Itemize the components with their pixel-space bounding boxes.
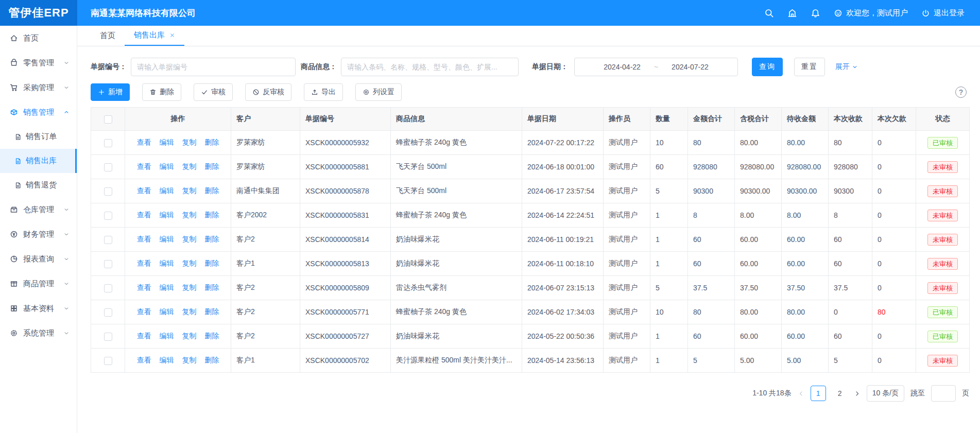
edit-link[interactable]: 编辑 [160,307,174,316]
table-row: 查看 编辑 复制 删除 客户2 XSCK00000005814 奶油味爆米花 2… [91,228,970,252]
view-link[interactable]: 查看 [137,186,151,195]
edit-link[interactable]: 编辑 [160,332,174,340]
view-link[interactable]: 查看 [137,235,151,243]
bell-icon[interactable] [811,8,820,18]
row-checkbox[interactable] [104,308,112,317]
delete-link[interactable]: 删除 [204,283,219,291]
copy-link[interactable]: 复制 [182,186,196,195]
reset-button[interactable]: 重置 [794,58,825,76]
edit-link[interactable]: 编辑 [160,162,174,170]
sidebar-item-sales[interactable]: 销售管理 [0,100,77,125]
sidebar-item-sales-order[interactable]: 销售订单 [0,125,77,149]
cell-qty: 10 [650,300,688,324]
search-button[interactable]: 查询 [752,58,783,76]
copy-link[interactable]: 复制 [182,332,196,340]
prev-page-icon[interactable] [798,390,804,397]
row-checkbox[interactable] [104,284,112,292]
edit-link[interactable]: 编辑 [160,283,174,291]
delete-link[interactable]: 删除 [204,162,219,170]
unaudit-button[interactable]: 反审核 [245,83,291,101]
user-welcome[interactable]: 欢迎您，测试用户 [834,8,908,18]
row-checkbox[interactable] [104,139,112,147]
sidebar-item-home[interactable]: 首页 [0,26,77,50]
edit-link[interactable]: 编辑 [160,186,174,195]
close-icon[interactable] [169,32,175,38]
add-button[interactable]: 新增 [91,83,130,101]
export-button[interactable]: 导出 [304,83,343,101]
row-checkbox[interactable] [104,187,112,196]
copy-link[interactable]: 复制 [182,356,196,364]
jump-page-input[interactable] [931,385,956,402]
sidebar-item-purchase[interactable]: 采购管理 [0,75,77,100]
view-link[interactable]: 查看 [137,162,151,170]
page-size-select[interactable]: 10 条/页 [867,385,904,402]
copy-link[interactable]: 复制 [182,259,196,267]
copy-link[interactable]: 复制 [182,162,196,170]
copy-link[interactable]: 复制 [182,307,196,316]
audit-button[interactable]: 审核 [194,83,233,101]
cell-received: 37.5 [829,276,872,300]
finance-icon [10,230,18,238]
delete-link[interactable]: 删除 [204,235,219,243]
copy-link[interactable]: 复制 [182,235,196,243]
expand-link[interactable]: 展开 [835,62,858,72]
row-checkbox[interactable] [104,357,112,365]
product-info-input[interactable] [341,58,519,76]
row-checkbox[interactable] [104,260,112,268]
view-link[interactable]: 查看 [137,211,151,219]
bill-no-input[interactable] [131,58,296,76]
edit-link[interactable]: 编辑 [160,211,174,219]
row-checkbox[interactable] [104,163,112,171]
view-link[interactable]: 查看 [137,259,151,267]
delete-link[interactable]: 删除 [204,138,219,146]
sidebar-item-finance[interactable]: 财务管理 [0,222,77,247]
delete-button[interactable]: 删除 [142,83,181,101]
edit-link[interactable]: 编辑 [160,356,174,364]
view-link[interactable]: 查看 [137,307,151,316]
help-icon[interactable] [955,86,967,98]
copy-link[interactable]: 复制 [182,211,196,219]
sidebar-item-sales-outbound[interactable]: 销售出库 [0,149,77,173]
sidebar-item-system[interactable]: 系统管理 [0,321,77,345]
delete-link[interactable]: 删除 [204,356,219,364]
delete-link[interactable]: 删除 [204,259,219,267]
sidebar-item-sales-return[interactable]: 销售退货 [0,173,77,197]
page-number-2[interactable]: 2 [832,386,848,401]
copy-link[interactable]: 复制 [182,138,196,146]
view-link[interactable]: 查看 [137,356,151,364]
logout-button[interactable]: 退出登录 [921,8,965,18]
sidebar-item-warehouse[interactable]: 仓库管理 [0,197,77,222]
copy-link[interactable]: 复制 [182,283,196,291]
select-all-checkbox[interactable] [104,115,112,124]
page-number-1[interactable]: 1 [811,386,826,401]
edit-link[interactable]: 编辑 [160,259,174,267]
status-badge: 已审核 [927,306,958,318]
column-settings-button[interactable]: 列设置 [355,83,402,101]
view-link[interactable]: 查看 [137,332,151,340]
sidebar-item-reports[interactable]: 报表查询 [0,247,77,271]
date-separator: ~ [654,63,658,71]
cell-product: 蜂蜜柚子茶 240g 黄色 [391,131,522,155]
sidebar-item-basic-data[interactable]: 基本资料 [0,296,77,321]
view-link[interactable]: 查看 [137,138,151,146]
home-icon[interactable] [787,8,797,18]
date-range-picker[interactable]: 2024-04-22 ~ 2024-07-22 [574,58,738,76]
delete-link[interactable]: 删除 [204,332,219,340]
sidebar-item-retail[interactable]: 零售管理 [0,50,77,75]
search-icon[interactable] [764,8,774,18]
row-checkbox[interactable] [104,333,112,341]
cell-date: 2024-06-14 22:24:51 [522,203,604,228]
delete-link[interactable]: 删除 [204,307,219,316]
tab-home[interactable]: 首页 [91,26,125,46]
view-link[interactable]: 查看 [137,283,151,291]
next-page-icon[interactable] [854,390,861,397]
cell-operator: 测试用户 [604,252,650,276]
tab-sales-outbound[interactable]: 销售出库 [125,26,184,46]
sidebar-item-products[interactable]: 商品管理 [0,271,77,296]
edit-link[interactable]: 编辑 [160,138,174,146]
row-checkbox[interactable] [104,212,112,220]
edit-link[interactable]: 编辑 [160,235,174,243]
delete-link[interactable]: 删除 [204,211,219,219]
row-checkbox[interactable] [104,236,112,244]
delete-link[interactable]: 删除 [204,186,219,195]
